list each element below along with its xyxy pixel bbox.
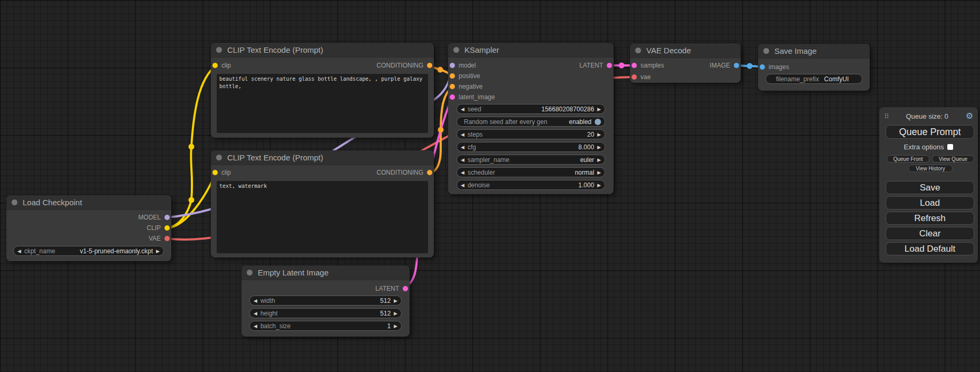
output-vae[interactable]: VAE [6, 233, 171, 244]
model-slot-icon[interactable] [450, 63, 455, 68]
output-model[interactable]: MODEL [6, 212, 171, 223]
arrow-right-icon[interactable]: ▶ [597, 170, 601, 175]
arrow-left-icon[interactable]: ◀ [254, 323, 257, 329]
input-latent-image[interactable]: latent_image [448, 92, 614, 102]
output-clip[interactable]: CLIP [6, 223, 171, 233]
output-conditioning[interactable]: CONDITIONING [376, 62, 432, 69]
queue-front-button[interactable]: Queue Front [887, 155, 929, 163]
output-latent[interactable]: LATENT [241, 283, 410, 294]
arrow-left-icon[interactable]: ◀ [461, 170, 464, 175]
input-vae[interactable]: vae [630, 72, 741, 82]
conditioning-slot-icon[interactable] [427, 63, 432, 68]
image-slot-icon[interactable] [760, 64, 765, 70]
filename-prefix-widget[interactable]: filename_prefix ComfyUI [765, 74, 862, 84]
node-save-image[interactable]: Save Image images filename_prefix ComfyU… [758, 44, 870, 91]
input-samples[interactable]: samples [632, 62, 664, 69]
load-default-button[interactable]: Load Default [886, 242, 974, 255]
queue-prompt-button[interactable]: Queue Prompt [886, 125, 974, 139]
collapse-dot-icon[interactable] [635, 47, 641, 53]
input-model[interactable]: model [450, 62, 476, 69]
input-images[interactable]: images [758, 62, 870, 72]
arrow-left-icon[interactable]: ◀ [461, 145, 464, 150]
arrow-right-icon[interactable]: ▶ [394, 311, 397, 316]
arrow-left-icon[interactable]: ◀ [254, 311, 257, 316]
output-latent[interactable]: LATENT [579, 62, 612, 69]
save-button[interactable]: Save [886, 181, 974, 194]
clip-slot-icon[interactable] [212, 63, 218, 68]
conditioning-slot-icon[interactable] [450, 84, 455, 89]
view-history-button[interactable]: View History [908, 165, 953, 172]
latent-slot-icon[interactable] [403, 286, 408, 291]
drag-handle-icon[interactable]: ⠿ [884, 112, 889, 120]
node-title-bar[interactable]: Save Image [758, 44, 870, 59]
random-seed-widget[interactable]: Random seed after every gen enabled [457, 117, 605, 127]
node-title-bar[interactable]: Load Checkpoint [6, 195, 171, 210]
arrow-left-icon[interactable]: ◀ [461, 132, 464, 137]
arrow-right-icon[interactable]: ▶ [597, 132, 601, 137]
prompt-textarea[interactable]: text, watermark [217, 181, 428, 253]
scheduler-widget[interactable]: ◀ scheduler normal ▶ [457, 167, 605, 177]
latent-slot-icon[interactable] [450, 94, 455, 100]
node-empty-latent-image[interactable]: Empty Latent Image LATENT ◀ width 512 ▶ … [241, 265, 410, 337]
arrow-left-icon[interactable]: ◀ [461, 107, 464, 112]
height-widget[interactable]: ◀ height 512 ▶ [249, 308, 402, 318]
collapse-dot-icon[interactable] [763, 48, 769, 54]
refresh-button[interactable]: Refresh [886, 212, 974, 225]
arrow-right-icon[interactable]: ▶ [597, 157, 601, 163]
model-slot-icon[interactable] [164, 215, 170, 220]
seed-widget[interactable]: ◀ seed 156680208700286 ▶ [457, 104, 605, 114]
node-title-bar[interactable]: KSampler [448, 43, 614, 58]
node-ksampler[interactable]: KSampler model LATENT positive negative … [448, 43, 614, 194]
ckpt-name-widget[interactable]: ◀ ckpt_name v1-5-pruned-emaonly.ckpt ▶ [13, 246, 164, 256]
arrow-left-icon[interactable]: ◀ [17, 249, 21, 254]
collapse-dot-icon[interactable] [453, 47, 459, 53]
conditioning-slot-icon[interactable] [450, 73, 455, 79]
input-positive[interactable]: positive [448, 71, 614, 81]
input-negative[interactable]: negative [448, 81, 614, 92]
node-title-bar[interactable]: CLIP Text Encode (Prompt) [211, 43, 434, 58]
node-title-bar[interactable]: VAE Decode [630, 43, 741, 58]
arrow-right-icon[interactable]: ▶ [597, 145, 601, 150]
collapse-dot-icon[interactable] [12, 199, 17, 205]
input-clip[interactable]: clip [212, 62, 231, 69]
settings-gear-icon[interactable]: ⚙ [966, 112, 973, 120]
arrow-right-icon[interactable]: ▶ [156, 249, 160, 254]
node-title-bar[interactable]: Empty Latent Image [241, 265, 410, 280]
node-title-bar[interactable]: CLIP Text Encode (Prompt) [211, 150, 434, 165]
arrow-left-icon[interactable]: ◀ [461, 183, 464, 188]
node-graph-canvas[interactable]: Load Checkpoint MODEL CLIP VAE ◀ ckpt_na… [0, 0, 980, 372]
arrow-right-icon[interactable]: ▶ [597, 183, 601, 188]
arrow-right-icon[interactable]: ▶ [597, 107, 601, 112]
collapse-dot-icon[interactable] [216, 155, 222, 160]
image-slot-icon[interactable] [734, 63, 739, 68]
arrow-left-icon[interactable]: ◀ [254, 298, 257, 303]
input-clip[interactable]: clip [212, 169, 231, 176]
view-queue-button[interactable]: View Queue [932, 155, 974, 163]
width-widget[interactable]: ◀ width 512 ▶ [249, 295, 402, 306]
steps-widget[interactable]: ◀ steps 20 ▶ [457, 129, 605, 139]
prompt-textarea[interactable]: beautiful scenery nature glass bottle la… [217, 74, 428, 133]
denoise-widget[interactable]: ◀ denoise 1.000 ▶ [457, 180, 605, 190]
load-button[interactable]: Load [886, 196, 974, 209]
node-load-checkpoint[interactable]: Load Checkpoint MODEL CLIP VAE ◀ ckpt_na… [6, 195, 171, 261]
vae-slot-icon[interactable] [164, 236, 170, 241]
collapse-dot-icon[interactable] [216, 47, 222, 53]
collapse-dot-icon[interactable] [247, 270, 253, 275]
output-conditioning[interactable]: CONDITIONING [376, 169, 432, 176]
arrow-left-icon[interactable]: ◀ [461, 157, 464, 163]
output-image[interactable]: IMAGE [710, 62, 739, 69]
clip-slot-icon[interactable] [212, 170, 218, 175]
conditioning-slot-icon[interactable] [427, 170, 432, 175]
extra-options-checkbox[interactable] [947, 144, 953, 150]
clip-slot-icon[interactable] [164, 225, 170, 231]
vae-slot-icon[interactable] [632, 74, 637, 80]
arrow-right-icon[interactable]: ▶ [394, 323, 397, 329]
latent-slot-icon[interactable] [632, 63, 637, 68]
sampler-name-widget[interactable]: ◀ sampler_name euler ▶ [457, 155, 605, 165]
cfg-widget[interactable]: ◀ cfg 8.000 ▶ [457, 142, 605, 152]
arrow-right-icon[interactable]: ▶ [394, 298, 397, 303]
node-vae-decode[interactable]: VAE Decode samples IMAGE vae [630, 43, 741, 83]
latent-slot-icon[interactable] [607, 63, 612, 68]
node-clip-text-encode-positive[interactable]: CLIP Text Encode (Prompt) clip CONDITION… [211, 43, 434, 138]
clear-button[interactable]: Clear [886, 227, 974, 240]
